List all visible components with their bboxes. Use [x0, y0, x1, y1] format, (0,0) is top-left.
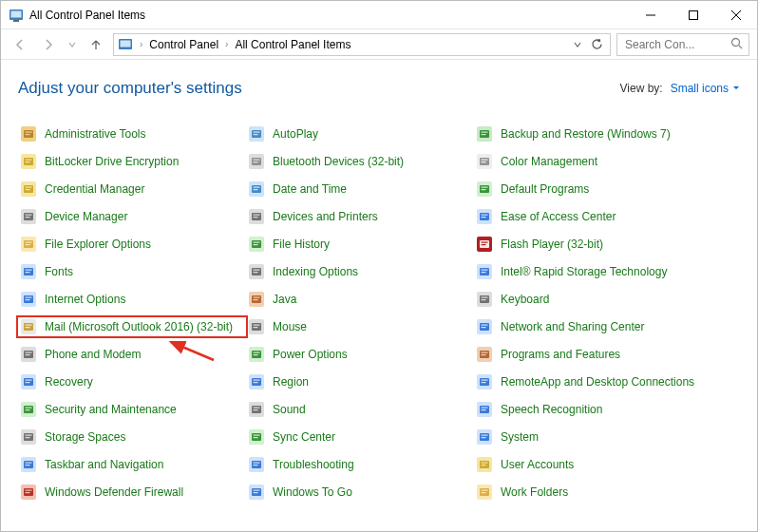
back-button[interactable] [9, 33, 31, 56]
minimize-button[interactable] [629, 1, 672, 29]
cpl-item-link[interactable]: Device Manager [45, 210, 127, 223]
cpl-item-link[interactable]: System [501, 430, 539, 444]
breadcrumb-control-panel[interactable]: Control Panel [147, 38, 220, 51]
cpl-item-link[interactable]: Devices and Printers [273, 210, 378, 223]
cpl-item-sound[interactable]: Sound [246, 400, 474, 419]
cpl-item-link[interactable]: Bluetooth Devices (32-bit) [273, 155, 404, 168]
cpl-item-sync[interactable]: Sync Center [246, 428, 474, 446]
cpl-item-link[interactable]: Programs and Features [501, 348, 620, 361]
cpl-item-flash[interactable]: Flash Player (32-bit) [474, 235, 721, 254]
cpl-item-link[interactable]: Windows Defender Firewall [45, 485, 183, 499]
cpl-item-link[interactable]: Backup and Restore (Windows 7) [501, 127, 671, 141]
cpl-item-device-mgr[interactable]: Device Manager [18, 207, 246, 226]
cpl-item-link[interactable]: BitLocker Drive Encryption [45, 155, 179, 168]
cpl-item-programs[interactable]: Programs and Features [474, 345, 721, 364]
cpl-item-folder-options[interactable]: File Explorer Options [18, 235, 246, 254]
cpl-item-link[interactable]: Administrative Tools [45, 127, 146, 141]
up-button[interactable] [85, 33, 107, 56]
cpl-item-network[interactable]: Network and Sharing Center [474, 317, 721, 336]
cpl-item-history[interactable]: File History [246, 235, 474, 254]
cpl-item-link[interactable]: Indexing Options [273, 265, 358, 278]
recent-dropdown[interactable] [66, 33, 79, 56]
search-input[interactable] [623, 37, 727, 52]
cpl-item-troubleshoot[interactable]: Troubleshooting [246, 455, 474, 474]
cpl-item-mail[interactable]: Mail (Microsoft Outlook 2016) (32-bit) [18, 317, 246, 336]
breadcrumb-all-items[interactable]: All Control Panel Items [233, 38, 352, 51]
view-by-dropdown[interactable]: Small icons [671, 82, 740, 95]
cpl-item-tools[interactable]: Administrative Tools [18, 124, 246, 143]
cpl-item-power[interactable]: Power Options [246, 345, 474, 364]
cpl-item-link[interactable]: Mouse [273, 320, 307, 333]
cpl-item-link[interactable]: Color Management [501, 155, 597, 168]
cpl-item-autoplay[interactable]: AutoPlay [246, 124, 474, 143]
cpl-item-link[interactable]: Storage Spaces [45, 430, 125, 444]
cpl-item-link[interactable]: Work Folders [501, 485, 568, 499]
maximize-button[interactable] [672, 1, 714, 29]
cpl-item-bitlocker[interactable]: BitLocker Drive Encryption [18, 152, 246, 171]
cpl-item-keyboard[interactable]: Keyboard [474, 290, 721, 309]
cpl-item-security[interactable]: Security and Maintenance [18, 400, 246, 419]
cpl-item-bluetooth[interactable]: Bluetooth Devices (32-bit) [246, 152, 474, 171]
cpl-item-link[interactable]: Sound [273, 403, 306, 416]
cpl-item-link[interactable]: Fonts [45, 265, 73, 278]
cpl-item-link[interactable]: Recovery [45, 375, 93, 389]
cpl-item-wtg[interactable]: Windows To Go [246, 483, 474, 502]
cpl-item-firewall[interactable]: Windows Defender Firewall [18, 483, 246, 502]
cpl-item-phone[interactable]: Phone and Modem [18, 345, 246, 364]
cpl-item-globe[interactable]: Internet Options [18, 290, 246, 309]
cpl-item-link[interactable]: Ease of Access Center [501, 210, 616, 223]
cpl-item-link[interactable]: File History [273, 238, 330, 251]
cpl-item-speech[interactable]: Speech Recognition [474, 400, 721, 419]
cpl-item-link[interactable]: Intel® Rapid Storage Technology [501, 265, 667, 278]
cpl-item-backup[interactable]: Backup and Restore (Windows 7) [474, 124, 721, 143]
cpl-item-link[interactable]: Speech Recognition [501, 403, 602, 416]
cpl-item-link[interactable]: Default Programs [501, 182, 589, 196]
cpl-item-link[interactable]: AutoPlay [273, 127, 318, 141]
cpl-item-fonts[interactable]: Fonts [18, 262, 246, 281]
cpl-item-link[interactable]: User Accounts [501, 458, 574, 471]
chevron-right-icon[interactable]: › [137, 39, 145, 49]
cpl-item-link[interactable]: Flash Player (32-bit) [501, 238, 603, 251]
cpl-item-link[interactable]: Date and Time [273, 182, 347, 196]
cpl-item-link[interactable]: RemoteApp and Desktop Connections [501, 375, 694, 389]
close-button[interactable] [714, 1, 757, 29]
refresh-button[interactable] [587, 35, 606, 54]
cpl-item-link[interactable]: Taskbar and Navigation [45, 458, 163, 471]
cpl-item-color[interactable]: Color Management [474, 152, 721, 171]
cpl-item-link[interactable]: Region [273, 375, 309, 389]
cpl-item-link[interactable]: Keyboard [501, 293, 549, 306]
cpl-item-printer[interactable]: Devices and Printers [246, 207, 474, 226]
cpl-item-link[interactable]: Sync Center [273, 430, 335, 444]
cpl-item-storage[interactable]: Storage Spaces [18, 428, 246, 446]
cpl-item-link[interactable]: Mail (Microsoft Outlook 2016) (32-bit) [45, 320, 233, 333]
cpl-item-system[interactable]: System [474, 428, 721, 446]
cpl-item-mouse[interactable]: Mouse [246, 317, 474, 336]
cpl-item-remote[interactable]: RemoteApp and Desktop Connections [474, 372, 721, 391]
cpl-item-link[interactable]: Internet Options [45, 293, 125, 306]
cpl-item-intel[interactable]: Intel® Rapid Storage Technology [474, 262, 721, 281]
cpl-item-link[interactable]: Power Options [273, 348, 348, 361]
cpl-item-link[interactable]: Security and Maintenance [45, 403, 177, 416]
cpl-item-link[interactable]: Windows To Go [273, 485, 352, 499]
cpl-item-users[interactable]: User Accounts [474, 455, 721, 474]
cpl-item-link[interactable]: Network and Sharing Center [501, 320, 644, 333]
cpl-item-region[interactable]: Region [246, 372, 474, 391]
cpl-item-link[interactable]: Phone and Modem [45, 348, 141, 361]
cpl-item-workfolders[interactable]: Work Folders [474, 483, 721, 502]
cpl-item-link[interactable]: Java [273, 293, 296, 306]
cpl-item-link[interactable]: Troubleshooting [273, 458, 354, 471]
forward-button[interactable] [37, 33, 60, 56]
cpl-item-recovery[interactable]: Recovery [18, 372, 246, 391]
cpl-item-java[interactable]: Java [246, 290, 474, 309]
address-dropdown[interactable] [570, 38, 585, 51]
cpl-item-link[interactable]: Credential Manager [45, 182, 144, 196]
cpl-item-ease[interactable]: Ease of Access Center [474, 207, 721, 226]
cpl-item-taskbar[interactable]: Taskbar and Navigation [18, 455, 246, 474]
cpl-item-clock[interactable]: Date and Time [246, 180, 474, 199]
search-box[interactable] [616, 33, 749, 56]
search-icon[interactable] [730, 37, 743, 52]
cpl-item-link[interactable]: File Explorer Options [45, 238, 151, 251]
address-bar[interactable]: › Control Panel › All Control Panel Item… [113, 33, 611, 56]
chevron-right-icon[interactable]: › [222, 39, 231, 49]
cpl-item-credentials[interactable]: Credential Manager [18, 180, 246, 199]
